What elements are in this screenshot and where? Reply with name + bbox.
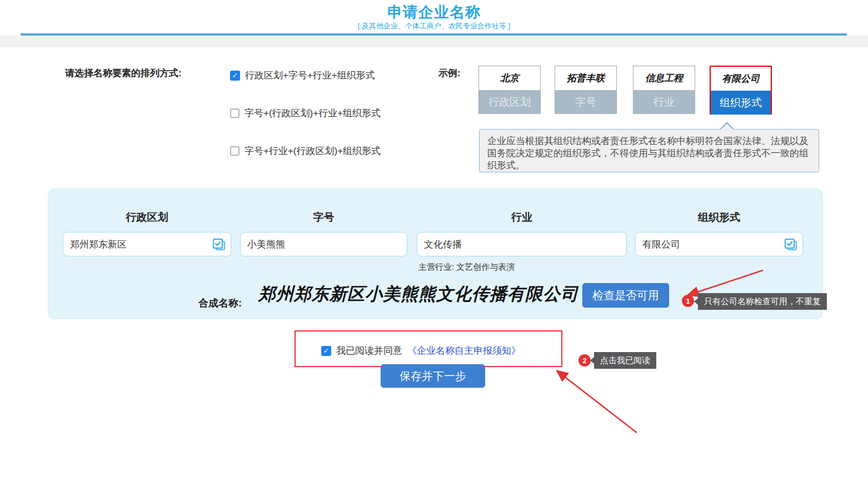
industry-field-wrap (417, 232, 627, 256)
example-box-region-category: 行政区划 (479, 90, 540, 114)
annotation-step2-badge: 2 (578, 354, 591, 367)
composed-name-label: 合成名称: (198, 296, 242, 310)
orgform-picker-icon[interactable] (784, 237, 798, 252)
region-picker-icon[interactable] (212, 237, 226, 252)
column-header-tradename: 字号 (240, 210, 407, 225)
example-box-industry-category: 行业 (633, 90, 695, 114)
example-box-orgform: 有限公司 组织形式 (710, 66, 772, 115)
arrangement-option-3-label: 字号+行业+(行政区划)+组织形式 (245, 145, 381, 157)
arrangement-option-1-label: 行政区划+字号+行业+组织形式 (245, 69, 375, 82)
checkbox-unchecked-icon[interactable] (230, 146, 240, 156)
example-box-region: 北京 行政区划 (478, 66, 541, 113)
example-box-tradename-category: 字号 (555, 90, 616, 114)
page-subtitle: [ 及其他企业、个体工商户、农民专业合作社等 ] (0, 21, 868, 31)
agreement-row: ✓ 我已阅读并同意 《企业名称自主申报须知》 (321, 344, 521, 357)
column-header-industry: 行业 (417, 210, 627, 225)
column-header-region: 行政区划 (63, 210, 231, 225)
orgform-info-text: 企业应当根据其组织结构或者责任形式在名称中标明符合国家法律、法规以及国务院决定规… (487, 136, 809, 171)
example-box-orgform-category: 组织形式 (711, 91, 771, 115)
checkbox-checked-icon[interactable]: ✓ (230, 71, 240, 81)
example-box-tradename-value: 拓普丰联 (555, 66, 616, 90)
arrangement-option-1[interactable]: ✓ 行政区划+字号+行业+组织形式 (230, 69, 375, 82)
orgform-input[interactable] (636, 232, 802, 256)
example-box-industry-value: 信息工程 (633, 66, 695, 90)
toolbar-strip (0, 36, 868, 47)
composed-name-value: 郑州郑东新区小美熊熊文化传播有限公司 (258, 283, 578, 306)
example-label: 示例: (438, 67, 461, 80)
main-industry-hint: 主营行业: 文艺创作与表演 (418, 262, 515, 273)
industry-input[interactable] (417, 232, 626, 256)
orgform-info-note: 企业应当根据其组织结构或者责任形式在名称中标明符合国家法律、法规以及国务院决定规… (479, 129, 819, 172)
annotation-step1-badge: 1 (682, 295, 694, 307)
agreement-text: 我已阅读并同意 (336, 344, 402, 357)
save-next-button[interactable]: 保存并下一步 (381, 364, 485, 388)
column-header-orgform: 组织形式 (635, 210, 803, 225)
example-box-tradename: 拓普丰联 字号 (555, 66, 617, 113)
agreement-checkbox[interactable]: ✓ (321, 346, 331, 356)
tradename-field-wrap (240, 232, 407, 256)
orgform-field-wrap (635, 232, 803, 256)
note-caret-icon (720, 122, 734, 136)
tradename-input[interactable] (241, 232, 407, 256)
checkbox-unchecked-icon[interactable] (230, 108, 240, 118)
check-availability-button[interactable]: 检查是否可用 (582, 283, 669, 308)
arrangement-label: 请选择名称要素的排列方式: (65, 67, 182, 80)
arrangement-option-2-label: 字号+(行政区划)+行业+组织形式 (245, 107, 381, 120)
page-title: 申请企业名称 (0, 2, 868, 22)
arrangement-option-3[interactable]: 字号+行业+(行政区划)+组织形式 (230, 145, 381, 157)
agreement-notice-link[interactable]: 《企业名称自主申报须知》 (407, 344, 521, 357)
example-box-industry: 信息工程 行业 (633, 66, 695, 113)
region-field-wrap (63, 232, 231, 256)
region-input[interactable] (63, 232, 231, 256)
annotation-step1-tooltip: 只有公司名称检查可用，不重复 (698, 293, 827, 310)
arrow-to-agreement (558, 372, 637, 433)
example-box-region-value: 北京 (479, 66, 540, 90)
example-box-orgform-value: 有限公司 (711, 67, 771, 91)
arrangement-option-2[interactable]: 字号+(行政区划)+行业+组织形式 (230, 107, 381, 120)
annotation-step2-tooltip: 点击我已阅读 (594, 352, 656, 369)
